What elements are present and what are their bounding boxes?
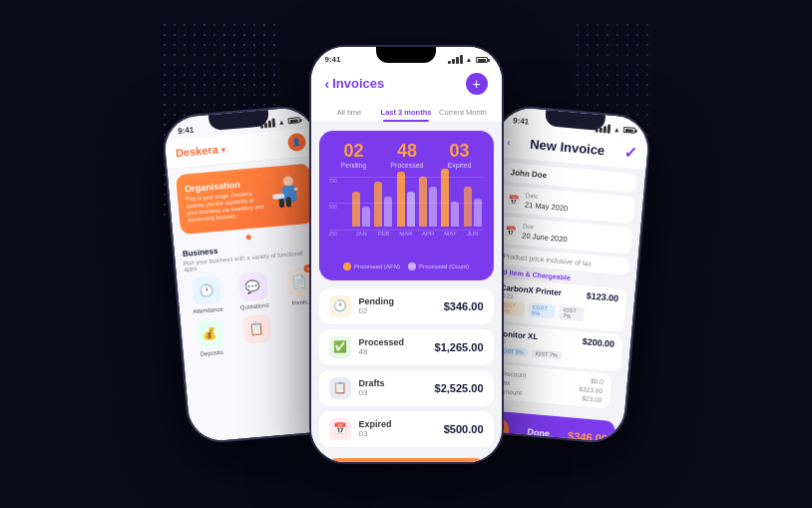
- grid-line-750: 750: [329, 177, 484, 184]
- pending-label: Pending: [341, 162, 367, 169]
- misc-icon: 📋: [241, 313, 271, 343]
- org-banner[interactable]: Organisation This is your stage. Deskera…: [176, 163, 315, 235]
- date-value: 21 May 2020: [524, 200, 568, 213]
- tax-value: $323.00: [579, 385, 603, 394]
- grid-line-500: 500: [329, 203, 484, 210]
- inv-left-expired: 📅 Expired 03: [329, 418, 392, 440]
- tag-cgst-5: CGST 5%: [527, 302, 556, 318]
- item-carbonx[interactable]: CarbonX Printer 1123 IGST 5% CGST 5% IGS…: [489, 277, 626, 332]
- dot-1: [245, 234, 250, 239]
- app-misc[interactable]: 📋: [234, 313, 278, 353]
- tab-bar: All time Last 3 months Current Month: [311, 103, 502, 123]
- right-time: 9:41: [512, 115, 529, 125]
- drafts-icon: 📋: [329, 377, 351, 399]
- expired-num: 03: [448, 141, 472, 162]
- svg-rect-4: [272, 193, 284, 199]
- processed-label-text: Processed: [359, 337, 405, 347]
- tag-igst-7: IGST 7%: [559, 305, 586, 321]
- expired-amount: $500.00: [444, 423, 484, 435]
- item-monitor-row: Monitor XL 100 CGST 5% IGST 7% $200.00: [494, 328, 614, 365]
- legend-label-afn: Processed (AFN): [354, 263, 400, 269]
- tax-value: Product price inclusive of tax: [503, 252, 621, 268]
- right-back-button[interactable]: ‹: [506, 136, 510, 147]
- item-carbonx-row: CarbonX Printer 1123 IGST 5% CGST 5% IGS…: [498, 282, 618, 325]
- attendance-icon: 🕐: [191, 274, 220, 304]
- avatar-icon: 👤: [291, 138, 301, 147]
- create-invoice-button[interactable]: Create New Invoice: [321, 458, 492, 464]
- inv-left-drafts: 📋 Drafts 03: [329, 377, 385, 399]
- tab-all-time[interactable]: All time: [321, 103, 378, 122]
- user-avatar[interactable]: 👤: [286, 132, 306, 152]
- grid-label-250: 250: [329, 231, 349, 237]
- stat-processed: 48 Processed: [390, 141, 423, 169]
- processed-amount: $1,265.00: [435, 341, 484, 353]
- legend-processed-afn: Processed (AFN): [343, 262, 400, 270]
- phones-container: 9:41 ▲ Deskera ▾: [175, 10, 638, 499]
- drafts-count: 03: [359, 388, 385, 397]
- page-title: Invoices: [332, 76, 384, 91]
- invoice-processed[interactable]: ✅ Processed 48 $1,265.00: [319, 329, 494, 365]
- center-time: 9:41: [325, 55, 341, 64]
- invoice-pending[interactable]: 🕐 Pending 02 $346.00: [319, 288, 494, 324]
- invoice-expired[interactable]: 📅 Expired 03 $500.00: [319, 411, 494, 447]
- expired-count: 03: [359, 429, 392, 438]
- item-monitor-info: Monitor XL 100 CGST 5% IGST 7%: [494, 328, 563, 361]
- legend-dot-light: [408, 262, 416, 270]
- phone-center: 9:41 ▲ ‹ Invoices: [309, 45, 504, 464]
- inv-info-expired: Expired 03: [359, 419, 392, 438]
- legend-processed-count: Processed (Count): [408, 262, 469, 270]
- due-container: Due 20 June 2020: [521, 223, 568, 244]
- inv-info-processed: Processed 48: [359, 337, 405, 356]
- app-deposits[interactable]: 💰 Deposits: [188, 317, 231, 357]
- invoice-drafts[interactable]: 📋 Drafts 03 $2,525.00: [319, 370, 494, 406]
- tab-last-3-months[interactable]: Last 3 months: [378, 103, 435, 122]
- center-battery: [476, 57, 488, 63]
- processed-icon: ✅: [329, 336, 351, 358]
- discount-label: Discount: [500, 369, 526, 378]
- drafts-amount: $2,525.00: [435, 382, 484, 394]
- deposits-icon: 💰: [195, 317, 224, 347]
- save-button[interactable]: ✓: [623, 143, 638, 163]
- done-label: Done: [527, 426, 550, 438]
- back-arrow-icon: ‹: [325, 76, 330, 92]
- quotations-icon: 💬: [237, 270, 267, 300]
- add-invoice-button[interactable]: +: [466, 73, 488, 95]
- pending-count: 02: [359, 306, 395, 315]
- logo-chevron: ▾: [220, 145, 225, 154]
- chart-legend: Processed (AFN) Processed (Count): [329, 262, 484, 270]
- right-wifi: ▲: [612, 125, 620, 133]
- date-container: Date 21 May 2020: [524, 192, 569, 213]
- org-subtitle: This is your stage. Deskera awards you t…: [185, 189, 265, 224]
- drafts-label-text: Drafts: [359, 378, 385, 388]
- app-attendance[interactable]: 🕐 Attendance: [185, 274, 228, 314]
- new-invoice-title: New Invoice: [529, 136, 605, 157]
- org-banner-text-block: Organisation This is your stage. Deskera…: [184, 177, 265, 224]
- expired-icon: 📅: [329, 418, 351, 440]
- items-section: Add Item & Chargeable CarbonX Printer 11…: [486, 267, 628, 371]
- due-date-row: 📅 Due 20 June 2020: [504, 221, 623, 248]
- center-notch: [376, 47, 436, 63]
- attendance-label: Attendance: [193, 305, 223, 314]
- tab-current-month[interactable]: Current Month: [435, 103, 492, 122]
- chart-grid: 750 500 250: [329, 177, 484, 237]
- org-illustration: [262, 172, 306, 219]
- back-button[interactable]: ‹ Invoices: [325, 76, 385, 92]
- battery-icon: [287, 117, 299, 124]
- chart-section: 02 Pending 48 Processed 03 Expired: [319, 131, 494, 280]
- center-wifi: ▲: [466, 56, 473, 63]
- deposits-label: Deposits: [200, 348, 223, 356]
- app-quotations[interactable]: 💬 Quotations: [230, 270, 274, 310]
- grid-label-750: 750: [329, 178, 349, 184]
- due-calendar-icon: 📅: [505, 225, 517, 236]
- tag-monitor-igst: IGST 7%: [531, 348, 562, 359]
- inv-left-processed: ✅ Processed 48: [329, 336, 405, 358]
- processed-num: 48: [390, 141, 423, 162]
- wifi-icon: ▲: [277, 118, 285, 126]
- pending-label-text: Pending: [359, 296, 395, 306]
- inv-info-pending: Pending 02: [359, 296, 395, 315]
- invoice-list: 🕐 Pending 02 $346.00 ✅ Processed 48: [311, 288, 502, 447]
- center-header: ‹ Invoices +: [311, 69, 502, 103]
- item-carbonx-amount: $123.00: [586, 290, 618, 303]
- inv-left-pending: 🕐 Pending 02: [329, 295, 395, 317]
- done-amount: $346.00: [567, 429, 608, 443]
